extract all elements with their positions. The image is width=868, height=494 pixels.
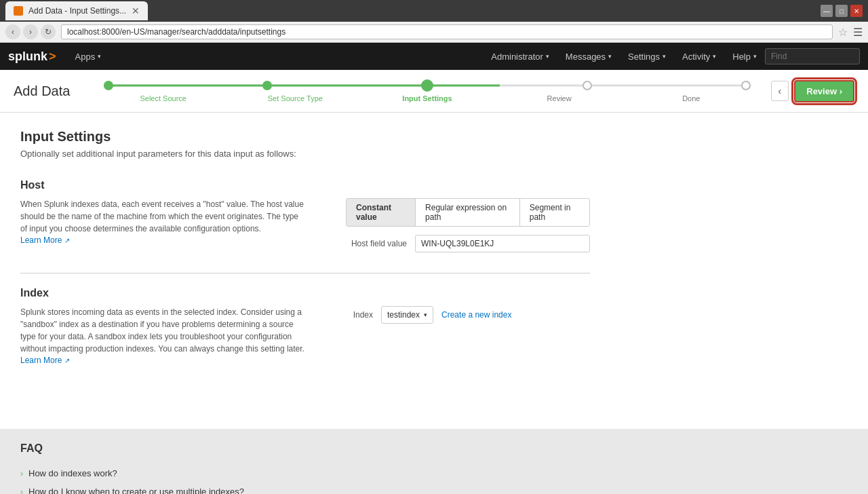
activity-label: Activity [682, 52, 710, 62]
step-5-label: Done [625, 94, 757, 102]
step-1-label: Select Source [97, 94, 229, 102]
browser-tab[interactable]: Add Data - Input Settings... ✕ [5, 1, 148, 20]
bookmark-icon[interactable]: ☆ [838, 26, 848, 39]
help-menu[interactable]: Help ▾ [724, 43, 765, 70]
host-desc-text: When Splunk indexes data, each event rec… [20, 198, 305, 235]
help-label: Help [732, 52, 751, 62]
forward-btn[interactable]: › [23, 24, 38, 39]
administrator-menu[interactable]: Administrator ▾ [483, 43, 557, 70]
nav-search-input[interactable] [765, 48, 860, 64]
maximize-btn[interactable]: □ [835, 5, 848, 17]
nav-buttons: ‹ › ↻ [5, 24, 56, 39]
index-title: Index [20, 287, 590, 299]
faq-item-1[interactable]: › How do indexes work? [20, 464, 848, 482]
index-desc-text: Splunk stores incoming data as events in… [20, 306, 305, 355]
wizard-header: Add Data Select Source Set Source Type I… [0, 70, 868, 113]
index-learn-more[interactable]: Learn More ↗ [20, 356, 70, 365]
step-4-dot [583, 81, 592, 90]
step-3-label: Input Settings [361, 94, 494, 102]
messages-label: Messages [566, 52, 606, 62]
apps-menu[interactable]: Apps ▾ [67, 43, 110, 70]
faq-section: FAQ › How do indexes work? › How do I kn… [0, 429, 868, 494]
input-settings-title: Input Settings [20, 129, 590, 145]
step-2-label: Set Source Type [229, 94, 361, 102]
stepper-track [97, 79, 757, 92]
activity-menu[interactable]: Activity ▾ [674, 43, 724, 70]
step-5-dot [741, 81, 751, 90]
tab-close-btn[interactable]: ✕ [132, 5, 140, 16]
tab-title: Add Data - Input Settings... [28, 6, 126, 16]
index-description: Splunk stores incoming data as events in… [20, 306, 305, 365]
minimize-btn[interactable]: — [821, 5, 833, 17]
address-bar: ‹ › ↻ ☆ ☰ [0, 22, 868, 43]
apps-chevron: ▾ [98, 53, 101, 60]
divider-1 [20, 273, 590, 273]
settings-label: Settings [628, 52, 660, 62]
activity-chevron: ▾ [713, 53, 716, 60]
close-btn[interactable]: ✕ [850, 5, 863, 17]
faq-title: FAQ [20, 442, 848, 455]
messages-chevron: ▾ [608, 53, 612, 60]
stepper-labels: Select Source Set Source Type Input Sett… [97, 92, 757, 102]
host-section: Host When Splunk indexes data, each even… [20, 179, 590, 252]
back-btn[interactable]: ‹ [5, 24, 20, 39]
review-button[interactable]: Review › [794, 80, 854, 102]
faq-link-2[interactable]: How do I know when to create or use mult… [28, 487, 244, 494]
step-1-dot [104, 81, 113, 90]
index-controls: Index testindex ▾ Create a new index [346, 306, 590, 365]
host-layout: When Splunk indexes data, each event rec… [20, 198, 590, 252]
index-section: Index Splunk stores incoming data as eve… [20, 287, 590, 365]
index-dropdown-icon: ▾ [424, 311, 427, 318]
tab-favicon [14, 6, 23, 16]
splunk-name: splunk [8, 50, 47, 64]
tab-regex-path[interactable]: Regular expression on path [416, 199, 520, 226]
tab-segment-path[interactable]: Segment in path [520, 199, 589, 226]
help-chevron: ▾ [753, 53, 757, 60]
url-input[interactable] [61, 24, 833, 39]
refresh-btn[interactable]: ↻ [41, 24, 56, 39]
browser-chrome: Add Data - Input Settings... ✕ — □ ✕ [0, 0, 868, 22]
page-title: Add Data [14, 83, 70, 99]
step-2-dot [262, 81, 272, 90]
index-value: testindex [387, 310, 420, 320]
faq-2-chevron: › [20, 487, 23, 495]
stepper-line-filled [104, 85, 500, 87]
faq-item-2[interactable]: › How do I know when to create or use mu… [20, 482, 848, 494]
wizard-nav: ‹ Review › [771, 80, 854, 102]
index-label: Index [346, 310, 373, 320]
step-4-label: Review [493, 94, 625, 102]
create-index-link[interactable]: Create a new index [441, 310, 511, 320]
splunk-gt: > [49, 50, 56, 64]
input-settings-subtitle: Optionally set additional input paramete… [20, 149, 590, 159]
splunk-logo: splunk> [8, 50, 56, 64]
index-row: Index testindex ▾ Create a new index [346, 306, 590, 324]
tab-constant-value[interactable]: Constant value [347, 199, 416, 226]
host-learn-more[interactable]: Learn More ↗ [20, 235, 70, 245]
top-nav: splunk> Apps ▾ Administrator ▾ Messages … [0, 43, 868, 70]
host-field-row: Host field value [346, 235, 590, 252]
settings-menu[interactable]: Settings ▾ [620, 43, 674, 70]
host-tab-group: Constant value Regular expression on pat… [346, 198, 590, 227]
admin-chevron: ▾ [546, 53, 549, 60]
index-select[interactable]: testindex ▾ [381, 306, 433, 324]
index-layout: Splunk stores incoming data as events in… [20, 306, 590, 365]
step-3-dot [421, 79, 433, 92]
apps-label: Apps [75, 52, 96, 62]
host-field-input[interactable] [415, 235, 590, 252]
administrator-label: Administrator [491, 52, 543, 62]
host-description: When Splunk indexes data, each event rec… [20, 198, 305, 252]
stepper: Select Source Set Source Type Input Sett… [97, 79, 757, 102]
main-content: Input Settings Optionally set additional… [0, 113, 610, 402]
messages-menu[interactable]: Messages ▾ [557, 43, 620, 70]
host-controls: Constant value Regular expression on pat… [346, 198, 590, 252]
faq-link-1[interactable]: How do indexes work? [28, 468, 117, 478]
host-field-label: Host field value [346, 239, 407, 248]
host-title: Host [20, 179, 590, 191]
faq-1-chevron: › [20, 469, 23, 478]
index-external-link-icon: ↗ [64, 357, 70, 364]
browser-settings-icon[interactable]: ☰ [853, 26, 863, 39]
external-link-icon: ↗ [64, 237, 70, 244]
prev-button[interactable]: ‹ [771, 81, 789, 101]
settings-chevron: ▾ [663, 53, 666, 60]
